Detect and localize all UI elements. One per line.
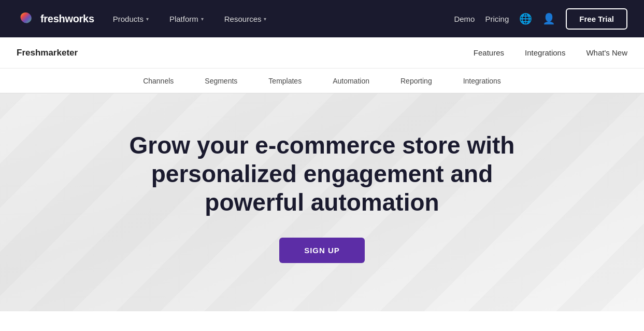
hero-title: Grow your e-commerce store with personal… xyxy=(115,131,529,217)
secondary-nav-right: Features Integrations What's New xyxy=(474,48,627,57)
integrations-tertiary-nav-item[interactable]: Integrations xyxy=(463,77,501,85)
platform-nav-item[interactable]: Platform ▾ xyxy=(167,10,206,27)
tertiary-navigation: Channels Segments Templates Automation R… xyxy=(0,68,644,93)
templates-nav-item[interactable]: Templates xyxy=(268,77,302,85)
platform-chevron-icon: ▾ xyxy=(201,16,204,22)
features-nav-item[interactable]: Features xyxy=(474,48,504,57)
resources-chevron-icon: ▾ xyxy=(264,16,266,22)
channels-nav-item[interactable]: Channels xyxy=(143,77,174,85)
free-trial-button[interactable]: Free Trial xyxy=(566,8,627,30)
signup-button[interactable]: SIGN UP xyxy=(279,238,365,263)
brand-name: Freshmarketer xyxy=(17,48,78,58)
resources-nav-item[interactable]: Resources ▾ xyxy=(222,10,269,27)
automation-nav-item[interactable]: Automation xyxy=(333,77,369,85)
user-icon[interactable]: 👤 xyxy=(542,12,555,25)
segments-nav-item[interactable]: Segments xyxy=(205,77,237,85)
logo-text: freshworks xyxy=(40,13,94,25)
demo-link[interactable]: Demo xyxy=(454,15,475,23)
products-chevron-icon: ▾ xyxy=(146,16,149,22)
pricing-link[interactable]: Pricing xyxy=(485,15,509,23)
products-nav-item[interactable]: Products ▾ xyxy=(111,10,151,27)
logo[interactable]: freshworks xyxy=(17,9,94,28)
globe-icon[interactable]: 🌐 xyxy=(519,12,532,25)
secondary-navigation: Freshmarketer Features Integrations What… xyxy=(0,37,644,68)
whats-new-nav-item[interactable]: What's New xyxy=(586,48,627,57)
reporting-nav-item[interactable]: Reporting xyxy=(400,77,432,85)
top-navigation: freshworks Products ▾ Platform ▾ Resourc… xyxy=(0,0,644,37)
top-nav-left: freshworks Products ▾ Platform ▾ Resourc… xyxy=(17,9,268,28)
integrations-secondary-nav-item[interactable]: Integrations xyxy=(525,48,565,57)
hero-section: Grow your e-commerce store with personal… xyxy=(0,93,644,311)
freshworks-logo-icon xyxy=(17,9,35,28)
top-nav-right: Demo Pricing 🌐 👤 Free Trial xyxy=(454,8,627,30)
